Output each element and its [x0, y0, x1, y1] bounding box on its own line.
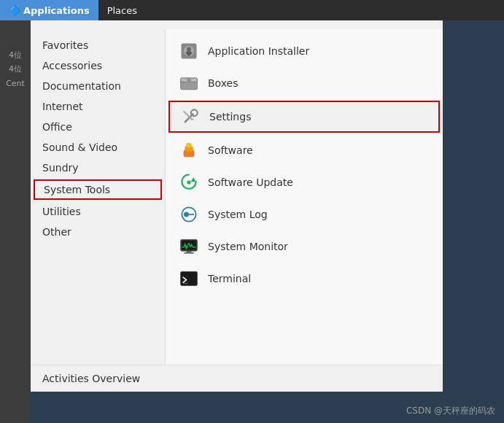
software-update-label: Software Update — [208, 176, 293, 188]
system-monitor-label: System Monitor — [208, 241, 288, 252]
menu-item-boxes[interactable]: Boxes — [166, 67, 443, 99]
watermark: CSDN @天秤座的码农 — [406, 405, 495, 417]
sidebar-item-system-tools[interactable]: System Tools — [34, 179, 162, 200]
menu-item-settings[interactable]: Settings — [168, 101, 440, 133]
software-update-icon — [177, 171, 201, 194]
menu-item-terminal[interactable]: _ Terminal — [166, 263, 443, 295]
app-installer-icon — [177, 39, 201, 63]
svg-marker-11 — [192, 118, 195, 121]
svg-rect-23 — [184, 252, 194, 254]
sidebar-item-internet[interactable]: Internet — [31, 96, 165, 117]
menu-item-system-monitor[interactable]: System Monitor — [166, 230, 443, 263]
sidebar-num-2: 4位 — [9, 63, 22, 74]
sidebar-item-sundry[interactable]: Sundry — [31, 158, 165, 178]
terminal-icon: _ — [177, 267, 201, 290]
boxes-icon — [177, 71, 201, 95]
right-panel: Application Installer Boxes — [166, 29, 443, 365]
app-menu-icon: 🔷 — [9, 5, 20, 16]
menu-item-software-update[interactable]: Software Update — [166, 166, 443, 198]
sidebar-item-other[interactable]: Other — [31, 222, 165, 242]
sidebar-item-accessories[interactable]: Accessories — [31, 55, 165, 76]
svg-rect-22 — [187, 251, 192, 252]
sidebar-item-sound-video[interactable]: Sound & Video — [31, 137, 165, 158]
software-label: Software — [208, 144, 253, 156]
places-label: Places — [107, 5, 137, 16]
sidebar-numbers: 4位 4位 Cent — [0, 20, 31, 423]
svg-rect-7 — [187, 79, 192, 81]
svg-point-18 — [184, 212, 189, 217]
svg-point-16 — [187, 180, 190, 184]
activities-overview-link[interactable]: Activities Overview — [42, 373, 140, 384]
boxes-label: Boxes — [208, 77, 239, 89]
applications-menu-button[interactable]: 🔷 Applications — [0, 0, 98, 20]
settings-label: Settings — [209, 111, 251, 123]
svg-point-9 — [191, 109, 198, 116]
sidebar-cent: Cent — [6, 79, 25, 88]
system-log-label: System Log — [208, 209, 268, 220]
applications-label: Applications — [23, 5, 90, 16]
menu-footer: Activities Overview — [31, 365, 443, 392]
system-monitor-icon — [177, 235, 201, 258]
app-installer-label: Application Installer — [208, 45, 309, 57]
menu-item-app-installer[interactable]: Application Installer — [166, 35, 443, 67]
sidebar-item-office[interactable]: Office — [31, 117, 165, 137]
system-log-icon — [177, 203, 201, 226]
svg-marker-15 — [191, 177, 196, 182]
applications-menu: Favorites Accessories Documentation Inte… — [31, 20, 443, 392]
menu-item-software[interactable]: Software — [166, 134, 443, 166]
settings-icon — [179, 105, 202, 128]
terminal-label: Terminal — [208, 273, 251, 284]
menu-arrow — [74, 20, 89, 29]
software-icon — [177, 139, 201, 162]
left-panel: Favorites Accessories Documentation Inte… — [31, 29, 166, 365]
taskbar: 🔷 Applications Places — [0, 0, 504, 20]
sidebar-item-documentation[interactable]: Documentation — [31, 76, 165, 96]
sidebar-num-1: 4位 — [9, 50, 22, 61]
places-menu-button[interactable]: Places — [98, 0, 146, 20]
menu-body: Favorites Accessories Documentation Inte… — [31, 29, 443, 365]
svg-rect-21 — [182, 241, 195, 249]
sidebar-item-utilities[interactable]: Utilities — [31, 201, 165, 222]
menu-item-system-log[interactable]: System Log — [166, 198, 443, 230]
watermark-text: CSDN @天秤座的码农 — [406, 405, 495, 416]
sidebar-item-favorites[interactable]: Favorites — [31, 35, 165, 55]
svg-rect-14 — [187, 143, 192, 147]
